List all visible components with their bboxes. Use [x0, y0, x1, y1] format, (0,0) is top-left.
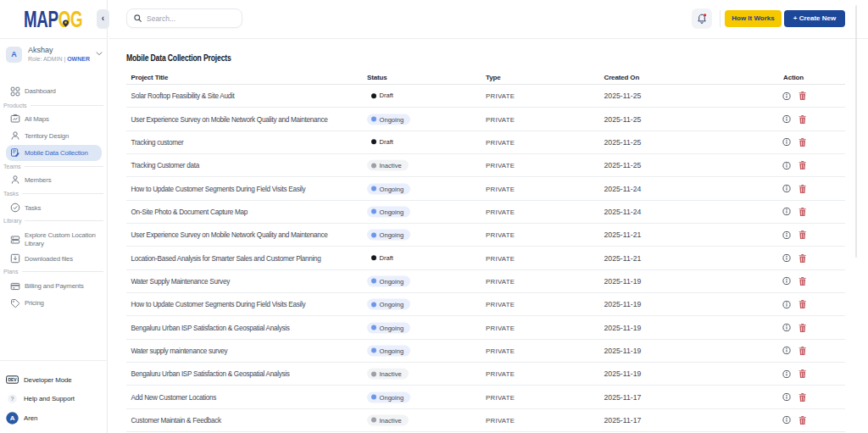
svg-text:?: ?: [10, 396, 14, 402]
svg-text:A: A: [9, 414, 14, 422]
svg-text:DEV: DEV: [8, 377, 17, 382]
